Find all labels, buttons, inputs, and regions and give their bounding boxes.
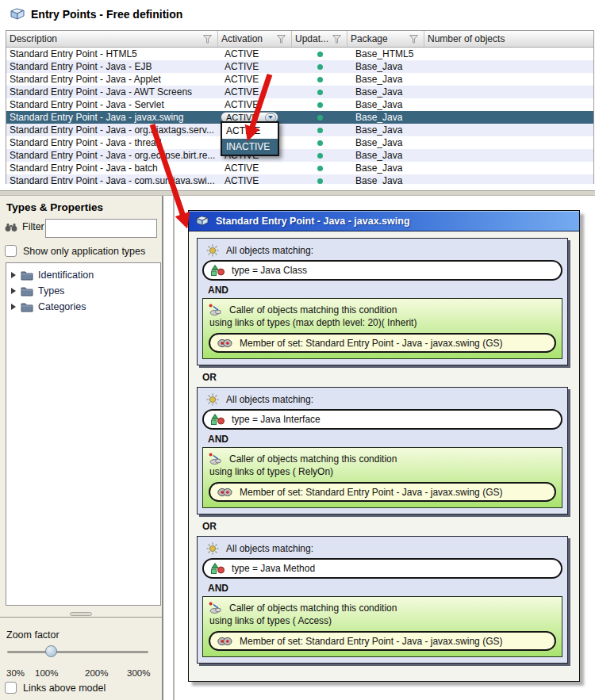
book-icon [195,215,209,227]
filter-label: Filter [22,221,44,232]
activation-dropdown-list: ACTIVE INACTIVE [221,121,279,156]
or-operator: OR [202,372,568,383]
match-label: All objects matching: [226,394,313,405]
match-label: All objects matching: [226,245,313,256]
table-row[interactable]: Standard Entry Point - Java - org.eclips… [6,149,593,162]
caller-title: Caller of objects matching this conditio… [229,304,397,316]
updated-status-dot [317,128,323,133]
zoom-slider-thumb[interactable] [45,645,57,657]
column-header-number-of-objects[interactable]: Number of objects [424,31,593,47]
updated-status-dot [317,140,323,146]
set-icon [217,637,232,646]
set-icon [217,339,232,348]
diagram-panel-header[interactable]: Standard Entry Point - Java - javax.swin… [189,211,579,231]
table-row[interactable]: Standard Entry Point - HTML5 ACTIVE Base… [6,48,593,60]
sidebar-title: Types & Properties [6,201,103,213]
table-row[interactable]: Standard Entry Point - Java - AWT Screen… [6,86,593,98]
folder-icon [21,270,33,281]
vertical-splitter[interactable] [162,196,175,700]
table-row[interactable]: Standard Entry Point - Java - EJB ACTIVE… [6,60,593,73]
and-operator: AND [208,285,562,296]
filter-icon[interactable] [202,34,213,44]
tree-item-types[interactable]: Types [6,283,160,299]
updated-status-dot [317,115,323,120]
column-header-activation[interactable]: Activation [218,31,292,47]
caller-condition-box[interactable]: Caller of objects matching this conditio… [202,596,562,657]
dropdown-option-inactive[interactable]: INACTIVE [222,139,278,155]
folder-icon [21,286,33,296]
tree-item-identification[interactable]: Identification [6,267,160,283]
show-only-application-types-label: Show only application types [23,246,145,257]
links-above-model-label: Links above model [23,683,106,694]
column-header-updated[interactable]: Updat... [292,31,347,47]
entry-points-table: Description Activation Updat... Package … [6,30,594,184]
filter-icon[interactable] [332,34,342,44]
expander-icon[interactable] [11,304,16,310]
sidebar-splitter-handle[interactable] [70,612,92,616]
table-row[interactable]: Standard Entry Point - Java - Servlet AC… [6,98,593,111]
object-types-icon [211,414,225,425]
sun-icon [206,244,219,257]
expander-icon[interactable] [11,288,16,294]
caller-title: Caller of objects matching this conditio… [229,453,397,465]
type-condition-pill[interactable]: type = Java Method [202,558,562,579]
entry-point-diagram-panel[interactable]: Standard Entry Point - Java - javax.swin… [188,210,580,682]
condition-group[interactable]: All objects matching: type = Java Method [197,536,568,664]
links-of-types: using links of types ( Access) [209,615,556,629]
links-of-types: using links of types ( RelyOn) [209,466,556,480]
dropdown-option-active[interactable]: ACTIVE [222,123,278,139]
set-icon [217,488,232,497]
page-title: Entry Points - Free definition [31,8,182,21]
table-header-row: Description Activation Updat... Package … [6,31,593,48]
and-operator: AND [208,434,562,445]
table-row[interactable]: Standard Entry Point - Java - thread Bas… [6,136,593,149]
column-header-description[interactable]: Description [6,31,218,47]
folder-icon [21,302,33,312]
condition-group[interactable]: All objects matching: type = Java Interf… [197,387,568,514]
table-row[interactable]: Standard Entry Point - Java - org.ajaxta… [6,124,593,136]
table-body: Standard Entry Point - HTML5 ACTIVE Base… [6,48,593,184]
links-above-model-checkbox[interactable] [5,682,17,694]
table-row[interactable]: Standard Entry Point - Java - batch ACTI… [6,162,593,174]
type-condition-pill[interactable]: type = Java Interface [202,409,562,430]
expander-icon[interactable] [11,272,16,278]
updated-status-dot [317,153,323,159]
horizontal-splitter[interactable] [0,190,595,196]
filter-icon[interactable] [276,34,286,44]
tree-item-categories[interactable]: Categories [6,299,160,315]
condition-group[interactable]: All objects matching: type = Java Class [197,238,568,365]
and-operator: AND [208,583,562,594]
links-of-types: using links of types (max depth level: 2… [209,317,556,331]
member-of-set-pill[interactable]: Member of set: Standard Entry Point - Ja… [209,631,556,651]
types-tree: Identification Types Categories [6,262,161,606]
column-header-package[interactable]: Package [347,31,424,47]
show-only-application-types-checkbox[interactable] [5,245,17,257]
updated-status-dot [317,52,323,57]
match-label: All objects matching: [226,543,313,554]
table-row[interactable]: Standard Entry Point - Java - Applet ACT… [6,73,593,86]
diagram-canvas: Standard Entry Point - Java - javax.swin… [176,196,595,700]
caller-icon [209,304,223,316]
updated-status-dot [317,90,323,95]
or-operator: OR [202,521,568,532]
caller-condition-box[interactable]: Caller of objects matching this conditio… [202,447,562,508]
object-types-icon [211,563,225,574]
zoom-slider-track[interactable] [7,651,148,653]
sun-icon [206,542,219,555]
updated-status-dot [317,102,323,108]
table-row[interactable]: Standard Entry Point - Java - com.sun.ja… [6,174,593,184]
updated-status-dot [317,178,323,184]
filter-input[interactable] [45,219,157,238]
table-row-selected[interactable]: Standard Entry Point - Java - javax.swin… [6,111,593,124]
object-types-icon [211,265,225,276]
caller-icon [209,602,223,614]
filter-icon[interactable] [409,34,419,44]
updated-status-dot [317,166,323,171]
type-condition-pill[interactable]: type = Java Class [202,260,562,281]
member-of-set-pill[interactable]: Member of set: Standard Entry Point - Ja… [209,482,556,502]
combo-dropdown-button[interactable] [265,113,276,122]
caller-condition-box[interactable]: Caller of objects matching this conditio… [202,298,562,359]
member-of-set-pill[interactable]: Member of set: Standard Entry Point - Ja… [209,333,556,353]
zoom-factor-label: Zoom factor [6,629,60,641]
zoom-tick-200: 200% [85,668,108,678]
